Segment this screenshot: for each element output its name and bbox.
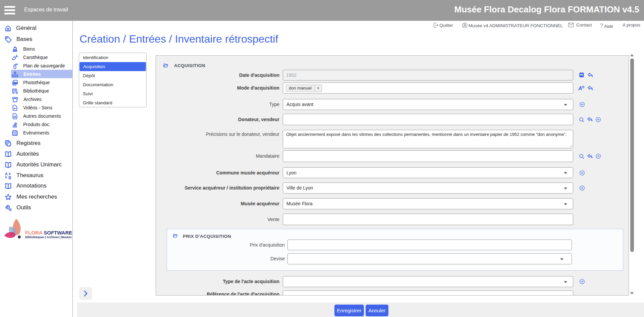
svg-text:B: B bbox=[8, 175, 11, 179]
svg-text:A: A bbox=[5, 172, 8, 176]
